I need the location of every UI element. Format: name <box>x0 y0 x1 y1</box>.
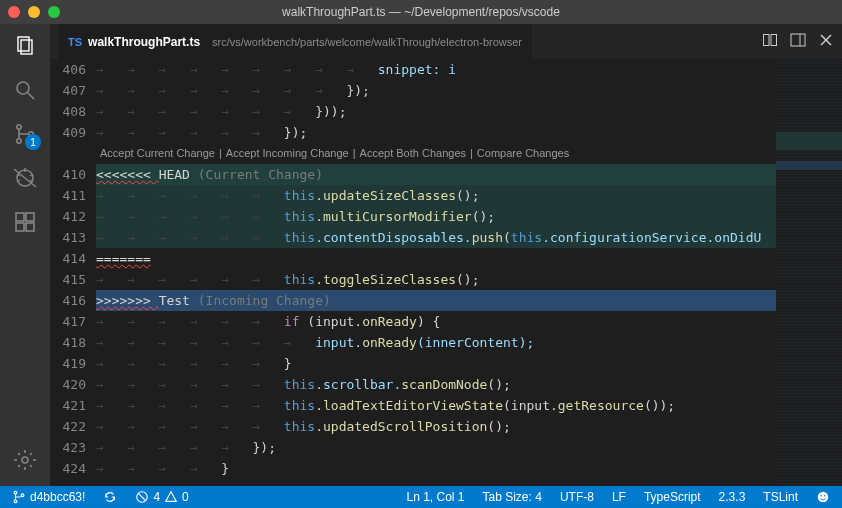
close-tab-icon[interactable] <box>818 32 834 51</box>
svg-point-5 <box>17 139 21 143</box>
ts-version-status[interactable]: 2.3.3 <box>715 490 750 504</box>
window-title: walkThroughPart.ts — ~/Development/repos… <box>0 5 842 19</box>
split-editor-icon[interactable] <box>762 32 778 51</box>
debug-icon[interactable] <box>13 166 37 190</box>
status-bar: d4bbcc63! 4 0 Ln 1, Col 1 Tab Size: 4 UT… <box>0 486 842 508</box>
svg-point-31 <box>820 495 822 497</box>
svg-point-2 <box>17 82 29 94</box>
code-editor[interactable]: → → → → → → → → → snippet: i→ → → → → → … <box>96 59 776 486</box>
svg-point-18 <box>22 457 28 463</box>
problems-status[interactable]: 4 0 <box>131 490 192 504</box>
svg-line-29 <box>139 494 146 501</box>
svg-rect-21 <box>791 34 805 46</box>
tab-size-status[interactable]: Tab Size: 4 <box>479 490 546 504</box>
svg-rect-1 <box>21 40 32 54</box>
explorer-icon[interactable] <box>13 34 37 58</box>
svg-rect-0 <box>18 37 29 51</box>
svg-rect-20 <box>771 35 777 46</box>
tab-path: src/vs/workbench/parts/welcome/walkThrou… <box>212 36 522 48</box>
codelens-accept-current[interactable]: Accept Current Change <box>100 147 215 159</box>
search-icon[interactable] <box>13 78 37 102</box>
typescript-file-icon: TS <box>68 36 82 48</box>
tab-filename: walkThroughPart.ts <box>88 35 200 49</box>
toggle-layout-icon[interactable] <box>790 32 806 51</box>
tab-bar: TS walkThroughPart.ts src/vs/workbench/p… <box>50 24 842 59</box>
title-bar: walkThroughPart.ts — ~/Development/repos… <box>0 0 842 24</box>
feedback-icon[interactable] <box>812 490 834 504</box>
minimap[interactable] <box>776 59 842 486</box>
extensions-icon[interactable] <box>13 210 37 234</box>
codelens-accept-incoming[interactable]: Accept Incoming Change <box>226 147 349 159</box>
line-number-gutter: 4064074084094104114124134144154164174184… <box>50 59 96 486</box>
svg-point-32 <box>824 495 826 497</box>
svg-rect-19 <box>764 35 770 46</box>
codelens-compare[interactable]: Compare Changes <box>477 147 569 159</box>
source-control-icon[interactable]: 1 <box>13 122 37 146</box>
svg-rect-16 <box>26 223 34 231</box>
linter-status[interactable]: TSLint <box>759 490 802 504</box>
svg-line-3 <box>28 93 34 99</box>
encoding-status[interactable]: UTF-8 <box>556 490 598 504</box>
svg-rect-14 <box>16 213 24 221</box>
git-branch-status[interactable]: d4bbcc63! <box>8 490 89 504</box>
svg-point-27 <box>21 494 24 497</box>
sync-status[interactable] <box>99 490 121 504</box>
svg-rect-15 <box>16 223 24 231</box>
svg-rect-17 <box>26 213 34 221</box>
svg-point-30 <box>818 492 829 503</box>
editor-tab[interactable]: TS walkThroughPart.ts src/vs/workbench/p… <box>58 24 533 59</box>
eol-status[interactable]: LF <box>608 490 630 504</box>
svg-point-26 <box>14 500 17 503</box>
cursor-position-status[interactable]: Ln 1, Col 1 <box>402 490 468 504</box>
activity-bar: 1 <box>0 24 50 486</box>
language-status[interactable]: TypeScript <box>640 490 705 504</box>
svg-point-25 <box>14 491 17 494</box>
settings-gear-icon[interactable] <box>13 448 37 472</box>
codelens-accept-both[interactable]: Accept Both Changes <box>360 147 466 159</box>
svg-point-4 <box>17 125 21 129</box>
scm-badge: 1 <box>25 134 41 150</box>
